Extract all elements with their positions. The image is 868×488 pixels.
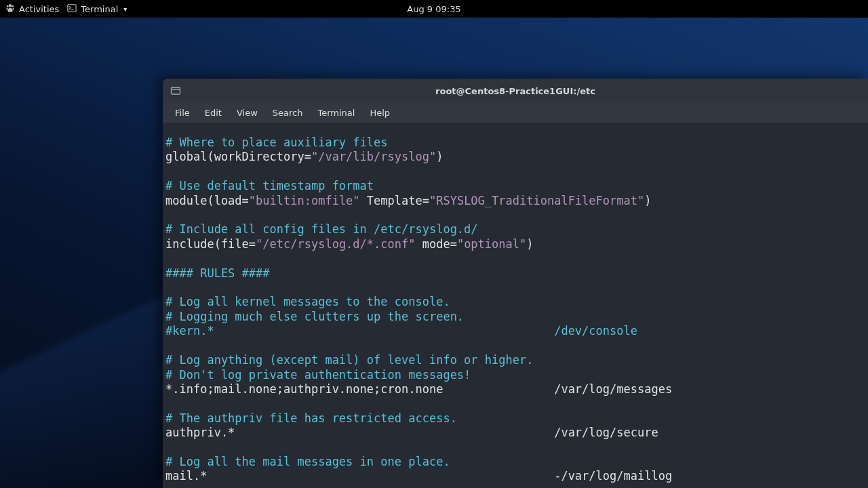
gnome-foot-icon — [5, 3, 15, 15]
terminal-window: root@Centos8-Practice1GUI:/etc File Edit… — [163, 79, 868, 488]
code-string: "optional" — [457, 237, 526, 251]
menu-file[interactable]: File — [168, 105, 197, 121]
code-line: # Don't log private authentication messa… — [165, 368, 471, 382]
current-app-menu[interactable]: Terminal ▾ — [67, 3, 127, 15]
code-text: ) — [436, 150, 443, 163]
code-string: "/etc/rsyslog.d/*.conf" — [256, 237, 415, 251]
terminal-app-icon — [67, 3, 77, 15]
terminal-content[interactable]: # Where to place auxiliary files global(… — [163, 123, 868, 488]
code-text: *.info;mail.none;authpriv.none;cron.none — [165, 382, 443, 396]
code-text: global(workDirectory= — [165, 150, 311, 163]
code-string: "/var/lib/rsyslog" — [311, 150, 436, 163]
code-text: /var/log/messages — [443, 382, 672, 396]
code-text: Template= — [360, 194, 429, 207]
code-text: ) — [526, 237, 533, 251]
code-line: # Where to place auxiliary files — [165, 136, 388, 149]
menu-terminal[interactable]: Terminal — [311, 105, 361, 121]
code-line: #### RULES #### — [165, 266, 270, 280]
code-line: # Log anything (except mail) of level in… — [165, 353, 533, 367]
code-text: /dev/console — [214, 324, 637, 338]
code-text: ) — [644, 194, 651, 207]
window-titlebar[interactable]: root@Centos8-Practice1GUI:/etc — [163, 79, 868, 103]
code-line: # The authpriv file has restricted acces… — [165, 411, 457, 425]
code-text: include(file= — [165, 237, 256, 251]
code-line: # Include all config files in /etc/rsysl… — [165, 222, 478, 236]
menu-help[interactable]: Help — [363, 105, 397, 121]
current-app-label: Terminal — [81, 4, 118, 14]
svg-rect-0 — [68, 4, 76, 12]
code-line: # Use default timestamp format — [165, 179, 374, 192]
code-text: mail.* — [165, 469, 207, 483]
chevron-down-icon: ▾ — [123, 5, 127, 13]
code-text: mode= — [415, 237, 456, 251]
code-text: module(load= — [165, 194, 249, 207]
menu-search[interactable]: Search — [266, 105, 310, 121]
code-string: "builtin:omfile" — [249, 194, 360, 207]
code-line: # Logging much else clutters up the scre… — [165, 310, 464, 323]
code-text: authpriv.* — [165, 426, 235, 439]
code-line: # Log all the mail messages in one place… — [165, 455, 450, 468]
code-text: /var/log/secure — [235, 426, 658, 439]
menu-edit[interactable]: Edit — [198, 105, 229, 121]
code-text: #kern.* — [165, 324, 214, 338]
activities-label: Activities — [19, 4, 59, 14]
code-string: "RSYSLOG_TraditionalFileFormat" — [429, 194, 644, 207]
code-text: -/var/log/maillog — [207, 469, 672, 483]
menu-view[interactable]: View — [230, 105, 264, 121]
window-title: root@Centos8-Practice1GUI:/etc — [435, 86, 595, 96]
svg-rect-1 — [172, 87, 180, 94]
code-line: # Log all kernel messages to the console… — [165, 295, 450, 308]
new-tab-icon[interactable] — [170, 85, 182, 97]
clock[interactable]: Aug 9 09:35 — [407, 4, 460, 14]
menubar: File Edit View Search Terminal Help — [163, 103, 868, 123]
activities-button[interactable]: Activities — [5, 3, 59, 15]
gnome-topbar: Activities Terminal ▾ Aug 9 09:35 — [0, 0, 868, 18]
